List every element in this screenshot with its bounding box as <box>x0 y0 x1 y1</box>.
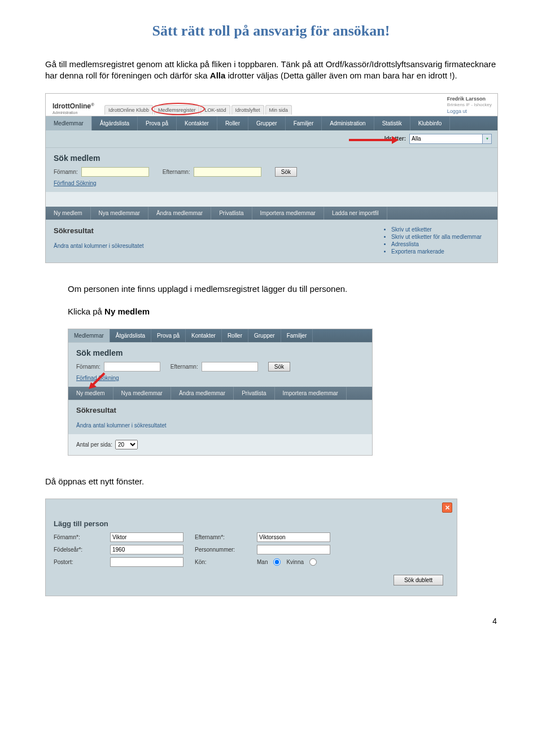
link-exportera[interactable]: Exportera markerade <box>391 248 489 255</box>
fodelsear-label: Födelseår*: <box>54 547 104 553</box>
subnav2-nya-medlemmar[interactable]: Nya medlemmar <box>113 387 171 400</box>
nav2-roller[interactable]: Roller <box>222 329 248 342</box>
paragraph-3: Klicka på Ny medlem <box>68 306 497 317</box>
personnummer-input[interactable] <box>257 545 330 554</box>
nav-medlemmar[interactable]: Medlemmar <box>46 116 92 130</box>
tab-lok-stod[interactable]: LOK-stöd <box>200 105 230 115</box>
nav2-medlemmar[interactable]: Medlemmar <box>68 329 110 342</box>
search-button-2[interactable]: Sök <box>268 362 290 372</box>
dialog-button-row: Sök dublett <box>54 575 449 585</box>
subnav2-importera[interactable]: Importera medlemmar <box>275 387 347 400</box>
fornamn-input-2[interactable] <box>104 362 160 372</box>
postort-input[interactable] <box>110 557 183 567</box>
sok-dublett-button[interactable]: Sök dublett <box>394 575 443 585</box>
link-adresslista[interactable]: Adresslista <box>391 241 489 247</box>
paragraph-1: Gå till medlemsregistret genom att klick… <box>45 59 497 82</box>
antal-per-sida-row: Antal per sida: 20 <box>68 434 372 455</box>
nav-statistik[interactable]: Statistik <box>374 116 410 130</box>
nav-prova-pa[interactable]: Prova på <box>138 116 177 130</box>
tab-idrottonline-klubb[interactable]: IdrottOnline Klubb <box>104 105 153 115</box>
efternamn-input-3[interactable] <box>257 532 330 542</box>
result-links: Skriv ut etiketter Skriv ut etiketter fö… <box>382 226 489 256</box>
subnav-ny-medlem[interactable]: Ny medlem <box>46 207 91 220</box>
nav-klubbinfo[interactable]: Klubbinfo <box>410 116 451 130</box>
nav-atgardslista[interactable]: Åtgärdslista <box>92 116 138 130</box>
nav2-prova-pa[interactable]: Prova på <box>151 329 186 342</box>
chevron-down-icon[interactable]: ▾ <box>483 134 492 144</box>
search-panel-2: Sök medlem Förnamn: Efternamn: Sök Förfi… <box>68 342 372 387</box>
paragraph-4: Då öppnas ett nytt fönster. <box>45 476 497 487</box>
nav-administration[interactable]: Administration <box>322 116 374 130</box>
svg-line-2 <box>92 373 104 386</box>
nav2-kontakter[interactable]: Kontakter <box>186 329 222 342</box>
tab-medlemsregister-label: Medlemsregister <box>158 107 196 113</box>
dialog-top: ✕ <box>46 499 457 516</box>
dialog-body: Lägg till person Förnamn*: Efternamn*: F… <box>46 516 457 596</box>
red-arrow-annotation-2 <box>88 371 107 390</box>
efternamn-label-2: Efternamn: <box>171 364 198 370</box>
fornamn-label-3: Förnamn*: <box>54 534 104 540</box>
search-panel: Sök medlem Förnamn: Efternamn: Sök Förfi… <box>46 147 497 192</box>
main-nav: Medlemmar Åtgärdslista Prova på Kontakte… <box>46 116 497 130</box>
fornamn-input[interactable] <box>81 167 149 177</box>
result-panel: Sökresultat Ändra antal kolumner i sökre… <box>46 220 497 263</box>
subnav-andra-medlemmar[interactable]: Ändra medlemmar <box>148 207 211 220</box>
close-icon[interactable]: ✕ <box>442 502 452 513</box>
nav-grupper[interactable]: Grupper <box>248 116 286 130</box>
kon-man-label: Man <box>257 559 268 565</box>
efternamn-input-2[interactable] <box>202 362 258 372</box>
logout-link[interactable]: Logga ut <box>447 108 492 115</box>
fornamn-label: Förnamn: <box>54 169 78 175</box>
subnav-importera[interactable]: Importera medlemmar <box>252 207 324 220</box>
efternamn-label-3: Efternamn*: <box>195 534 251 540</box>
paragraph-2: Om personen inte finns upplagd i medlems… <box>68 283 497 295</box>
sub-nav: Ny medlem Nya medlemmar Ändra medlemmar … <box>46 207 497 220</box>
subnav-nya-medlemmar[interactable]: Nya medlemmar <box>91 207 148 220</box>
search-form-row-2: Förnamn: Efternamn: Sök <box>76 362 364 372</box>
spacer <box>46 192 497 207</box>
subnav-ladda-ner[interactable]: Ladda ner importfil <box>324 207 387 220</box>
paragraph-3-bold: Ny medlem <box>104 307 150 316</box>
fornamn-input-3[interactable] <box>110 532 183 542</box>
top-tabs: IdrottOnline Klubb Medlemsregister LOK-s… <box>104 105 292 115</box>
logo-text: IdrottOnline <box>53 103 91 111</box>
search-button[interactable]: Sök <box>275 167 297 177</box>
fodelsear-input[interactable] <box>110 545 183 554</box>
result-title: Sökresultat <box>54 226 371 235</box>
kon-man-radio[interactable] <box>273 558 281 566</box>
andra-kolumner-link-2[interactable]: Ändra antal kolumner i sökresultatet <box>76 422 364 429</box>
red-arrow-annotation-1 <box>348 135 399 145</box>
idrotter-select[interactable] <box>409 134 483 144</box>
antal-select[interactable]: 20 <box>115 440 138 449</box>
tab-medlemsregister[interactable]: Medlemsregister <box>154 105 200 115</box>
efternamn-input[interactable] <box>194 167 261 177</box>
kon-radio-group: Man Kvinna <box>257 558 359 566</box>
andra-kolumner-link[interactable]: Ändra antal kolumner i sökresultatet <box>54 243 371 249</box>
logo-subtitle: Administration <box>53 111 94 115</box>
subnav2-privatlista[interactable]: Privatlista <box>234 387 274 400</box>
link-skriv-ut-etiketter[interactable]: Skriv ut etiketter <box>391 226 489 233</box>
svg-marker-1 <box>392 136 399 144</box>
kon-kvinna-radio[interactable] <box>309 558 317 566</box>
tab-idrottslyftet[interactable]: Idrottslyftet <box>231 105 264 115</box>
nav2-grupper[interactable]: Grupper <box>248 329 281 342</box>
link-skriv-ut-alla[interactable]: Skriv ut etiketter för alla medlemmar <box>391 234 489 240</box>
sub-nav-2: Ny medlem Nya medlemmar Ändra medlemmar … <box>68 387 372 400</box>
nav-kontakter[interactable]: Kontakter <box>177 116 217 130</box>
top-bar: IdrottOnline® Administration IdrottOnlin… <box>46 94 497 116</box>
subnav2-andra-medlemmar[interactable]: Ändra medlemmar <box>171 387 234 400</box>
tab-min-sida[interactable]: Min sida <box>265 105 292 115</box>
result-left: Sökresultat Ändra antal kolumner i sökre… <box>54 226 371 256</box>
efternamn-label: Efternamn: <box>163 169 190 175</box>
kon-label: Kön: <box>195 559 251 565</box>
nav2-atgardslista[interactable]: Åtgärdslista <box>110 329 151 342</box>
nav-familjer[interactable]: Familjer <box>286 116 322 130</box>
page-title: Sätt rätt roll på ansvarig för ansökan! <box>45 23 497 40</box>
subnav-privatlista[interactable]: Privatlista <box>211 207 252 220</box>
forfinad-sokning-link[interactable]: Förfinad Sökning <box>54 180 97 186</box>
screenshot-3: ✕ Lägg till person Förnamn*: Efternamn*:… <box>45 499 457 596</box>
nav-roller[interactable]: Roller <box>217 116 248 130</box>
paragraph-1-b: idrotter väljas (Detta gäller även om ma… <box>225 71 457 80</box>
nav2-familjer[interactable]: Familjer <box>281 329 313 342</box>
main-nav-2: Medlemmar Åtgärdslista Prova på Kontakte… <box>68 329 372 342</box>
